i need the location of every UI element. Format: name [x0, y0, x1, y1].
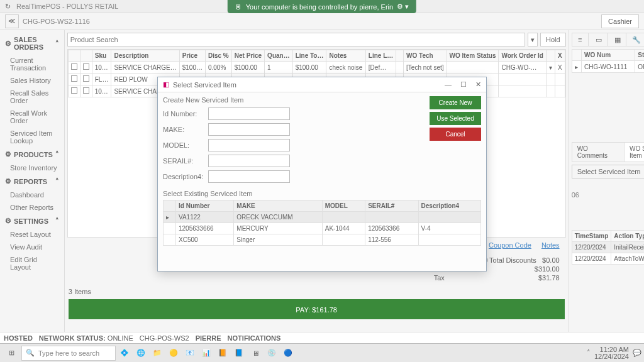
col-header[interactable]: [80, 50, 92, 62]
folder-icon[interactable]: 📁: [150, 346, 165, 361]
taskbar-search[interactable]: 🔍Type here to search: [21, 346, 116, 361]
app3-icon[interactable]: 🔵: [280, 346, 296, 361]
close-button[interactable]: ✕: [475, 80, 481, 89]
col-header[interactable]: Line To…: [292, 50, 326, 62]
sidebar-item[interactable]: Dashboard: [0, 189, 64, 201]
create-new-button[interactable]: Create New: [430, 96, 481, 109]
id-number-input[interactable]: [208, 107, 290, 120]
maximize-button[interactable]: ☐: [460, 80, 467, 89]
search-dropdown[interactable]: ▾: [528, 33, 538, 47]
serial-input[interactable]: [208, 155, 290, 167]
sidebar-item[interactable]: Recall Sales Order: [0, 87, 64, 107]
existing-items-grid[interactable]: Id NumberMAKEMODELSERAIL#Description4▸VA…: [163, 200, 481, 246]
desc-label: Description4:: [163, 173, 204, 180]
remote-control-banner: ⛨ Your computer is being controlled by p…: [228, 0, 416, 13]
taskbar[interactable]: ⊞ 🔍Type here to search 💠 🌐 📁 🟡 📧 📊 📙 📘 🖥…: [0, 343, 644, 362]
coupon-link[interactable]: Coupon Code: [489, 241, 531, 249]
outlook-icon[interactable]: 📧: [182, 346, 197, 361]
items-count: 3 Items: [67, 285, 566, 298]
sidebar-section[interactable]: ⚙SETTINGS˄: [0, 214, 64, 228]
make-input[interactable]: [208, 123, 290, 136]
status-net: ONLINE: [108, 334, 133, 342]
id-label: Id Number:: [163, 110, 204, 118]
chrome-icon[interactable]: 🟡: [166, 346, 181, 361]
edge-icon[interactable]: 🌐: [133, 346, 148, 361]
select-serviced-item-dialog: ◧ Select Serviced Item — ☐ ✕ Create New …: [157, 77, 487, 272]
history-grid[interactable]: TimeStampAction Type StringWork Order Nu…: [572, 230, 644, 265]
col-header[interactable]: Description: [111, 50, 179, 62]
sidebar-item[interactable]: Current Transaction: [0, 54, 64, 74]
start-button[interactable]: ⊞: [3, 346, 20, 361]
cashier-button[interactable]: Cashier: [601, 14, 639, 28]
sidebar-section[interactable]: ⚙SALES ORDERS˄: [0, 33, 64, 54]
col-header[interactable]: Notes: [326, 50, 365, 62]
col-header[interactable]: Sku: [92, 50, 111, 62]
notification-icon[interactable]: 💬: [633, 349, 641, 357]
table-row[interactable]: 12/20/2024InitailReceive: [572, 242, 644, 253]
col-header[interactable]: WO Item Status: [447, 50, 499, 62]
col-header[interactable]: X: [555, 50, 565, 62]
col-header[interactable]: Quan…: [265, 50, 293, 62]
table-row[interactable]: 1205633666MERCURYAK-1044120563366V-4: [164, 223, 481, 234]
view-grid-icon[interactable]: ▦: [610, 33, 626, 46]
col-header[interactable]: Line L…: [365, 50, 396, 62]
sidebar-item[interactable]: Other Reports: [0, 201, 64, 214]
remote-text: Your computer is being controlled by pie…: [246, 3, 393, 11]
status-ws: CHG-POS-WS2: [140, 334, 189, 342]
table-row[interactable]: 10…SERVICE CHARGE…$100…0.00%$100.001$100…: [68, 62, 565, 74]
app2-icon[interactable]: 💿: [264, 346, 279, 361]
col-header[interactable]: Disc %: [205, 50, 231, 62]
tray-chevron-icon[interactable]: ˄: [587, 349, 591, 357]
view-card-icon[interactable]: ▭: [591, 33, 608, 46]
sidebar-item[interactable]: Store Inventory: [0, 162, 64, 174]
tab-wo-comments[interactable]: WO Comments: [572, 143, 625, 162]
work-order-grid[interactable]: WO NumStatusAdd New Items To▸CHG-WO-1111…: [572, 49, 644, 73]
col-header[interactable]: Price: [179, 50, 205, 62]
cancel-button[interactable]: Cancel: [430, 128, 481, 141]
hold-button[interactable]: Hold: [540, 33, 566, 47]
sidebar-section[interactable]: ⚙PRODUCTS˄: [0, 147, 64, 162]
select-serviced-item-button[interactable]: Select Serviced Item: [572, 165, 644, 178]
pay-button[interactable]: PAY: $161.78: [69, 299, 565, 319]
notes-link[interactable]: Notes: [541, 241, 560, 249]
sidebar-item[interactable]: Sales History: [0, 74, 64, 87]
desc-input[interactable]: [208, 170, 290, 183]
col-header[interactable]: [68, 50, 80, 62]
product-search-input[interactable]: [67, 33, 525, 47]
table-row[interactable]: 12/20/2024AttachToWorkOrderCHG-WO-1111: [572, 253, 644, 265]
sidebar-item[interactable]: Serviced Item Lookup: [0, 127, 64, 147]
serial-label: SERAIL#:: [163, 157, 204, 165]
wrench-icon[interactable]: 🔧: [629, 33, 644, 46]
dialog-title: Select Serviced Item: [173, 81, 236, 89]
word-icon[interactable]: 📘: [231, 346, 247, 361]
col-header[interactable]: [546, 50, 555, 62]
sidebar-item[interactable]: Reset Layout: [0, 228, 64, 241]
col-header[interactable]: Work Order Id: [499, 50, 547, 62]
col-header[interactable]: [396, 50, 404, 62]
excel-icon[interactable]: 📊: [199, 346, 214, 361]
sidebar: ⚙SALES ORDERS˄Current TransactionSales H…: [0, 30, 65, 338]
table-row[interactable]: XC500Singer 112-556: [164, 234, 481, 246]
sidebar-item[interactable]: View Audit: [0, 241, 64, 253]
model-input[interactable]: [208, 139, 290, 151]
tray-time: 11:20 AM: [594, 346, 629, 353]
minimize-button[interactable]: —: [445, 80, 452, 89]
sidebar-section[interactable]: ⚙REPORTS˄: [0, 174, 64, 189]
app1-icon[interactable]: 🖥: [248, 346, 263, 361]
status-notif[interactable]: NOTIFICATIONS: [228, 334, 281, 342]
tab-wo-serviced-item[interactable]: WO Serviced Item: [625, 143, 644, 162]
back-button[interactable]: ≪: [5, 14, 19, 28]
task-icon[interactable]: 💠: [117, 346, 132, 361]
gear-icon[interactable]: ⚙ ▾: [397, 3, 409, 11]
view-list-icon[interactable]: ≡: [572, 33, 589, 46]
col-header[interactable]: Net Price: [231, 50, 264, 62]
col-header[interactable]: WO Tech: [404, 50, 447, 62]
ppt-icon[interactable]: 📙: [215, 346, 230, 361]
make-label: MAKE:: [163, 126, 204, 133]
table-row[interactable]: ▸CHG-WO-1111OPEN: [572, 61, 644, 73]
sidebar-item[interactable]: Recall Work Order: [0, 107, 64, 127]
table-row[interactable]: ▸VA1122ORECK VACCUMM: [164, 212, 481, 223]
hist-extra: 06: [572, 191, 644, 199]
sidebar-item[interactable]: Edit Grid Layout: [0, 253, 64, 273]
use-selected-button[interactable]: Use Selected: [430, 112, 481, 125]
